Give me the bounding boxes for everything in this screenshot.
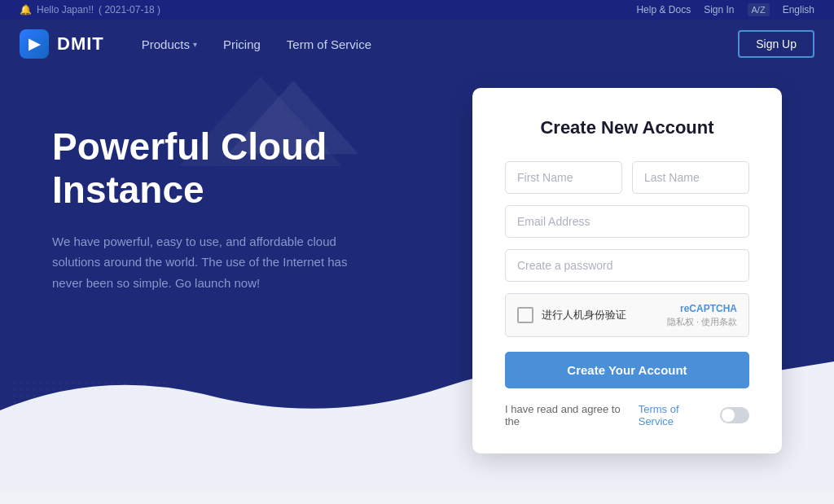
nav-right-area: Sign Up (738, 30, 814, 58)
tos-link[interactable]: Terms of Service (639, 403, 713, 427)
tos-toggle[interactable] (720, 407, 749, 423)
email-group (505, 205, 749, 238)
notification-text: Hello Japan!! (37, 4, 94, 15)
nav-pricing-label: Pricing (223, 37, 261, 51)
chevron-down-icon: ▾ (193, 40, 197, 49)
hero-description: We have powerful, easy to use, and affor… (52, 231, 378, 294)
first-name-input[interactable] (505, 161, 622, 194)
signin-link[interactable]: Sign In (704, 4, 734, 15)
recaptcha-brand: reCAPTCHA (667, 302, 737, 316)
register-card: Create New Account 进行人机身份验证 reCAPTCHA 隐私… (472, 88, 782, 454)
logo-link[interactable]: ▶ DMIT (20, 29, 104, 59)
tos-text: I have read and agree to the (505, 403, 632, 427)
main-navbar: ▶ DMIT Products ▾ Pricing Term of Servic… (0, 20, 834, 68)
nav-pricing[interactable]: Pricing (210, 20, 274, 68)
signup-button[interactable]: Sign Up (738, 30, 814, 58)
hero-title: Powerful Cloud Instance (52, 125, 433, 212)
recaptcha-sub: 隐私权 · 使用条款 (667, 316, 737, 328)
password-input[interactable] (505, 249, 749, 282)
help-docs-link[interactable]: Help & Docs (636, 4, 691, 15)
hero-section: Powerful Cloud Instance We have powerful… (0, 68, 834, 491)
nav-links: Products ▾ Pricing Term of Service (129, 20, 738, 68)
captcha-label: 进行人机身份验证 (542, 308, 626, 322)
nav-tos-label: Term of Service (287, 37, 371, 51)
logo-icon: ▶ (20, 29, 49, 59)
captcha-left: 进行人机身份验证 (517, 307, 626, 323)
nav-products-label: Products (142, 37, 190, 51)
language-selector[interactable]: English (783, 4, 814, 15)
email-input[interactable] (505, 205, 749, 238)
name-row (505, 161, 749, 194)
register-card-title: Create New Account (505, 117, 749, 138)
create-account-button[interactable]: Create Your Account (505, 352, 749, 388)
recaptcha-logo: reCAPTCHA 隐私权 · 使用条款 (667, 302, 737, 328)
logo-text: DMIT (57, 33, 104, 55)
notification-area: 🔔 Hello Japan!! ( 2021-07-18 ) (20, 4, 160, 15)
tos-row: I have read and agree to the Terms of Se… (505, 403, 749, 427)
nav-products[interactable]: Products ▾ (129, 20, 210, 68)
captcha-right: reCAPTCHA 隐私权 · 使用条款 (667, 302, 737, 328)
top-notification-bar: 🔔 Hello Japan!! ( 2021-07-18 ) Help & Do… (0, 0, 834, 20)
last-name-input[interactable] (632, 161, 749, 194)
bell-icon: 🔔 (20, 4, 32, 15)
topbar-right: Help & Docs Sign In A/Z English (636, 3, 814, 16)
nav-tos[interactable]: Term of Service (274, 20, 384, 68)
logo-chevron: ▶ (29, 35, 40, 53)
captcha-checkbox[interactable] (517, 307, 533, 323)
lang-badge: A/Z (748, 3, 770, 16)
captcha-box[interactable]: 进行人机身份验证 reCAPTCHA 隐私权 · 使用条款 (505, 293, 749, 337)
notification-date: ( 2021-07-18 ) (99, 4, 160, 15)
password-group (505, 249, 749, 282)
svg-rect-2 (8, 378, 171, 484)
hero-content: Powerful Cloud Instance We have powerful… (0, 68, 472, 326)
